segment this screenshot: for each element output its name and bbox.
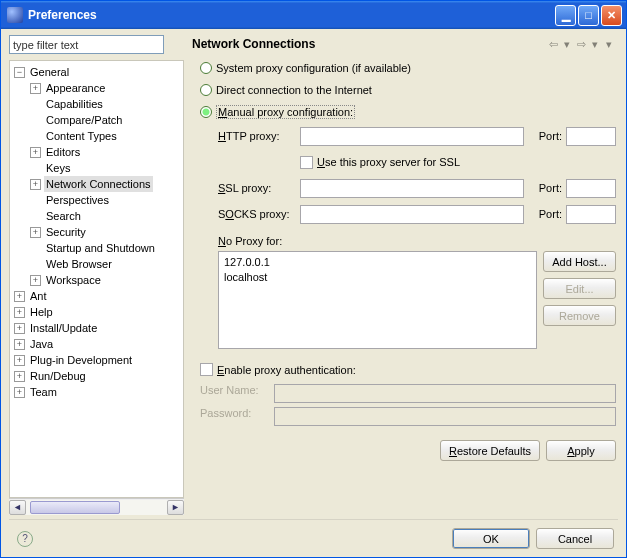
ssl-port-input[interactable] bbox=[566, 179, 616, 198]
scroll-thumb[interactable] bbox=[30, 501, 120, 514]
no-proxy-label: No Proxy for: bbox=[218, 235, 616, 247]
scroll-left-icon[interactable]: ◄ bbox=[9, 500, 26, 515]
tree-item-compare-patch[interactable]: Compare/Patch bbox=[44, 112, 124, 128]
preference-tree[interactable]: −General +Appearance Capabilities Compar… bbox=[9, 60, 184, 498]
tree-item-keys[interactable]: Keys bbox=[44, 160, 72, 176]
tree-item-web-browser[interactable]: Web Browser bbox=[44, 256, 114, 272]
list-item[interactable]: localhost bbox=[224, 270, 531, 285]
tree-item-install-update[interactable]: Install/Update bbox=[28, 320, 99, 336]
remove-button[interactable]: Remove bbox=[543, 305, 616, 326]
radio-system-proxy[interactable] bbox=[200, 62, 212, 74]
expand-icon[interactable]: + bbox=[14, 371, 25, 382]
nav-forward-icon[interactable]: ⇨ bbox=[574, 37, 588, 51]
view-menu-icon[interactable]: ▾ bbox=[602, 37, 616, 51]
use-for-ssl-checkbox[interactable] bbox=[300, 156, 313, 169]
tree-item-team[interactable]: Team bbox=[28, 384, 59, 400]
expand-icon[interactable]: + bbox=[14, 355, 25, 366]
radio-direct-connection[interactable] bbox=[200, 84, 212, 96]
username-input bbox=[274, 384, 616, 403]
username-label: User Name: bbox=[200, 384, 268, 403]
expand-icon[interactable]: + bbox=[14, 323, 25, 334]
tree-item-plugin-dev[interactable]: Plug-in Development bbox=[28, 352, 134, 368]
expand-icon[interactable]: + bbox=[14, 387, 25, 398]
no-proxy-list[interactable]: 127.0.0.1 localhost bbox=[218, 251, 537, 349]
ssl-proxy-input[interactable] bbox=[300, 179, 524, 198]
tree-item-java[interactable]: Java bbox=[28, 336, 55, 352]
ok-button[interactable]: OK bbox=[452, 528, 530, 549]
left-pane: −General +Appearance Capabilities Compar… bbox=[9, 35, 184, 515]
expand-icon[interactable]: + bbox=[30, 147, 41, 158]
use-for-ssl-label: Use this proxy server for SSL bbox=[317, 156, 460, 168]
tree-item-general[interactable]: General bbox=[28, 64, 71, 80]
expand-icon[interactable]: + bbox=[14, 291, 25, 302]
tree-item-appearance[interactable]: Appearance bbox=[44, 80, 107, 96]
cancel-button[interactable]: Cancel bbox=[536, 528, 614, 549]
tree-horizontal-scrollbar[interactable]: ◄ ► bbox=[9, 498, 184, 515]
radio-direct-connection-label: Direct connection to the Internet bbox=[216, 84, 372, 96]
socks-proxy-input[interactable] bbox=[300, 205, 524, 224]
expand-icon[interactable]: + bbox=[14, 307, 25, 318]
collapse-icon[interactable]: − bbox=[14, 67, 25, 78]
enable-auth-checkbox[interactable] bbox=[200, 363, 213, 376]
tree-item-search[interactable]: Search bbox=[44, 208, 83, 224]
add-host-button[interactable]: Add Host... bbox=[543, 251, 616, 272]
maximize-button[interactable]: □ bbox=[578, 5, 599, 26]
socks-port-label: Port: bbox=[534, 208, 562, 220]
close-button[interactable]: ✕ bbox=[601, 5, 622, 26]
http-port-input[interactable] bbox=[566, 127, 616, 146]
radio-system-proxy-label: System proxy configuration (if available… bbox=[216, 62, 411, 74]
expand-icon[interactable]: + bbox=[30, 83, 41, 94]
titlebar[interactable]: Preferences ▁ □ ✕ bbox=[1, 1, 626, 29]
dialog-footer: ? OK Cancel bbox=[9, 519, 618, 549]
expand-icon[interactable]: + bbox=[30, 275, 41, 286]
help-icon[interactable]: ? bbox=[17, 531, 33, 547]
password-input bbox=[274, 407, 616, 426]
tree-item-workspace[interactable]: Workspace bbox=[44, 272, 103, 288]
http-proxy-label: HTTP proxy: bbox=[218, 130, 296, 142]
tree-item-content-types[interactable]: Content Types bbox=[44, 128, 119, 144]
tree-item-network-connections[interactable]: Network Connections bbox=[44, 176, 153, 192]
radio-manual-proxy-label: Manual proxy configuration: bbox=[216, 105, 355, 119]
tree-item-startup-shutdown[interactable]: Startup and Shutdown bbox=[44, 240, 157, 256]
tree-item-capabilities[interactable]: Capabilities bbox=[44, 96, 105, 112]
tree-item-security[interactable]: Security bbox=[44, 224, 88, 240]
http-port-label: Port: bbox=[534, 130, 562, 142]
tree-item-perspectives[interactable]: Perspectives bbox=[44, 192, 111, 208]
restore-defaults-button[interactable]: Restore Defaults bbox=[440, 440, 540, 461]
list-item[interactable]: 127.0.0.1 bbox=[224, 255, 531, 270]
tree-item-editors[interactable]: Editors bbox=[44, 144, 82, 160]
right-pane: Network Connections ⇦▾ ⇨▾ ▾ System proxy… bbox=[190, 35, 618, 515]
tree-item-ant[interactable]: Ant bbox=[28, 288, 49, 304]
tree-item-help[interactable]: Help bbox=[28, 304, 55, 320]
ssl-proxy-label: SSL proxy: bbox=[218, 182, 296, 194]
http-proxy-input[interactable] bbox=[300, 127, 524, 146]
preferences-dialog: Preferences ▁ □ ✕ −General +Appearance bbox=[0, 0, 627, 558]
dialog-content: −General +Appearance Capabilities Compar… bbox=[1, 29, 626, 557]
scroll-right-icon[interactable]: ► bbox=[167, 500, 184, 515]
socks-port-input[interactable] bbox=[566, 205, 616, 224]
expand-icon[interactable]: + bbox=[30, 227, 41, 238]
nav-back-icon[interactable]: ⇦ bbox=[546, 37, 560, 51]
ssl-port-label: Port: bbox=[534, 182, 562, 194]
expand-icon[interactable]: + bbox=[14, 339, 25, 350]
expand-icon[interactable]: + bbox=[30, 179, 41, 190]
filter-input[interactable] bbox=[9, 35, 164, 54]
apply-button[interactable]: Apply bbox=[546, 440, 616, 461]
minimize-button[interactable]: ▁ bbox=[555, 5, 576, 26]
socks-proxy-label: SOCKS proxy: bbox=[218, 208, 296, 220]
page-title: Network Connections bbox=[192, 37, 546, 51]
password-label: Password: bbox=[200, 407, 268, 426]
edit-button[interactable]: Edit... bbox=[543, 278, 616, 299]
window-title: Preferences bbox=[28, 8, 97, 22]
app-icon bbox=[7, 7, 23, 23]
tree-item-run-debug[interactable]: Run/Debug bbox=[28, 368, 88, 384]
enable-auth-label: Enable proxy authentication: bbox=[217, 364, 356, 376]
radio-manual-proxy[interactable] bbox=[200, 106, 212, 118]
